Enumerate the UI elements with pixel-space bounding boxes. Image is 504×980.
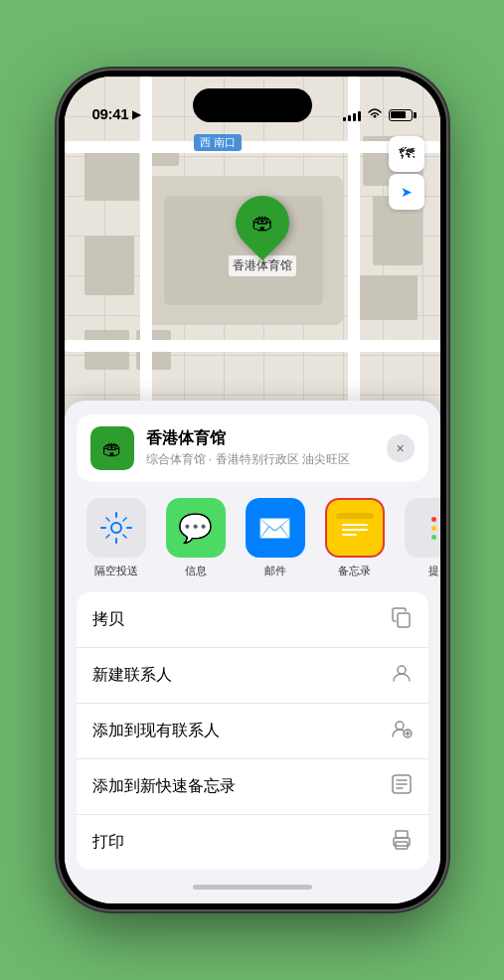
notes-label: 备忘录 bbox=[338, 564, 371, 578]
location-info: 香港体育馆 综合体育馆 · 香港特别行政区 油尖旺区 bbox=[146, 428, 375, 468]
building-3 bbox=[84, 236, 134, 295]
dot-green bbox=[431, 535, 436, 540]
action-list: 拷贝 新建联系人 bbox=[77, 592, 428, 870]
location-button[interactable]: ➤ bbox=[389, 174, 424, 210]
quick-note-label: 添加到新快速备忘录 bbox=[92, 776, 236, 797]
phone-screen: 09:41 ▶ bbox=[65, 77, 440, 903]
home-indicator bbox=[65, 870, 440, 903]
more-label: 提 bbox=[428, 564, 439, 578]
bottom-sheet: 🏟 香港体育馆 综合体育馆 · 香港特别行政区 油尖旺区 × bbox=[65, 401, 440, 903]
location-card: 🏟 香港体育馆 综合体育馆 · 香港特别行政区 油尖旺区 × bbox=[77, 414, 428, 482]
share-messages[interactable]: 💬 信息 bbox=[156, 498, 236, 578]
close-button[interactable]: × bbox=[387, 434, 415, 462]
building-1 bbox=[84, 146, 139, 201]
mail-icon: ✉️ bbox=[257, 512, 292, 545]
status-time: 09:41 bbox=[92, 105, 129, 122]
phone-frame: 09:41 ▶ bbox=[59, 71, 446, 909]
new-contact-label: 新建联系人 bbox=[92, 665, 172, 686]
share-row: 隔空投送 💬 信息 ✉️ 邮件 bbox=[65, 482, 440, 586]
airdrop-icon bbox=[100, 512, 132, 544]
mail-icon-wrap: ✉️ bbox=[246, 498, 305, 558]
add-existing-icon bbox=[391, 718, 413, 744]
stadium-icon: 🏟 bbox=[252, 210, 273, 236]
more-dots bbox=[431, 517, 436, 540]
signal-bar-3 bbox=[353, 113, 356, 121]
quick-note-icon bbox=[391, 773, 413, 800]
battery-icon bbox=[389, 109, 413, 121]
dynamic-island bbox=[193, 88, 312, 122]
map-pin[interactable]: 🏟 香港体育馆 bbox=[229, 196, 296, 276]
map-controls: 🗺 ➤ bbox=[389, 136, 424, 210]
map-layers-icon: 🗺 bbox=[399, 145, 415, 163]
more-icon-wrap bbox=[405, 498, 440, 558]
airdrop-icon-wrap bbox=[86, 498, 146, 558]
pin-circle: 🏟 bbox=[224, 185, 299, 260]
road-prefix: 西 bbox=[200, 135, 211, 150]
battery-fill bbox=[391, 111, 406, 118]
road-name: 南口 bbox=[214, 135, 236, 150]
notes-icon bbox=[336, 509, 374, 547]
road-label: 西 南口 bbox=[194, 134, 242, 151]
messages-icon: 💬 bbox=[178, 512, 213, 545]
location-arrow-icon: ▶ bbox=[132, 107, 141, 121]
status-icons bbox=[343, 107, 413, 122]
location-name: 香港体育馆 bbox=[146, 428, 375, 449]
copy-icon bbox=[391, 606, 413, 633]
signal-bars bbox=[343, 109, 361, 121]
share-more[interactable]: 提 bbox=[395, 498, 440, 578]
action-add-existing[interactable]: 添加到现有联系人 bbox=[77, 704, 428, 759]
mail-label: 邮件 bbox=[264, 564, 286, 578]
action-quick-note[interactable]: 添加到新快速备忘录 bbox=[77, 759, 428, 815]
signal-bar-2 bbox=[348, 115, 351, 121]
copy-label: 拷贝 bbox=[92, 609, 124, 630]
svg-point-2 bbox=[398, 666, 406, 674]
signal-bar-4 bbox=[358, 111, 361, 121]
map-layers-button[interactable]: 🗺 bbox=[389, 136, 424, 172]
share-notes[interactable]: 备忘录 bbox=[315, 498, 395, 578]
road-h-top bbox=[65, 141, 440, 153]
location-subtitle: 综合体育馆 · 香港特别行政区 油尖旺区 bbox=[146, 451, 375, 468]
action-new-contact[interactable]: 新建联系人 bbox=[77, 648, 428, 704]
add-existing-label: 添加到现有联系人 bbox=[92, 721, 220, 741]
close-icon: × bbox=[396, 440, 404, 456]
svg-rect-1 bbox=[398, 613, 410, 627]
messages-icon-wrap: 💬 bbox=[166, 498, 226, 558]
new-contact-icon bbox=[391, 662, 413, 689]
location-logo-icon: 🏟 bbox=[102, 437, 122, 460]
airdrop-label: 隔空投送 bbox=[94, 564, 138, 578]
dot-red bbox=[431, 517, 436, 522]
svg-point-0 bbox=[111, 523, 121, 533]
dot-yellow bbox=[431, 526, 436, 531]
location-arrow-icon: ➤ bbox=[401, 184, 413, 200]
messages-label: 信息 bbox=[185, 564, 207, 578]
print-label: 打印 bbox=[92, 832, 124, 853]
print-icon bbox=[391, 829, 413, 856]
building-6 bbox=[353, 275, 418, 320]
svg-point-3 bbox=[396, 722, 404, 730]
action-print[interactable]: 打印 bbox=[77, 815, 428, 870]
wifi-icon bbox=[367, 107, 383, 122]
svg-rect-6 bbox=[396, 831, 408, 838]
signal-bar-1 bbox=[343, 117, 346, 121]
notes-icon-wrap bbox=[325, 498, 385, 558]
home-bar bbox=[193, 885, 312, 890]
action-copy[interactable]: 拷贝 bbox=[77, 592, 428, 648]
road-h-mid bbox=[65, 340, 440, 352]
share-airdrop[interactable]: 隔空投送 bbox=[77, 498, 156, 578]
share-mail[interactable]: ✉️ 邮件 bbox=[236, 498, 315, 578]
location-logo: 🏟 bbox=[90, 426, 134, 470]
